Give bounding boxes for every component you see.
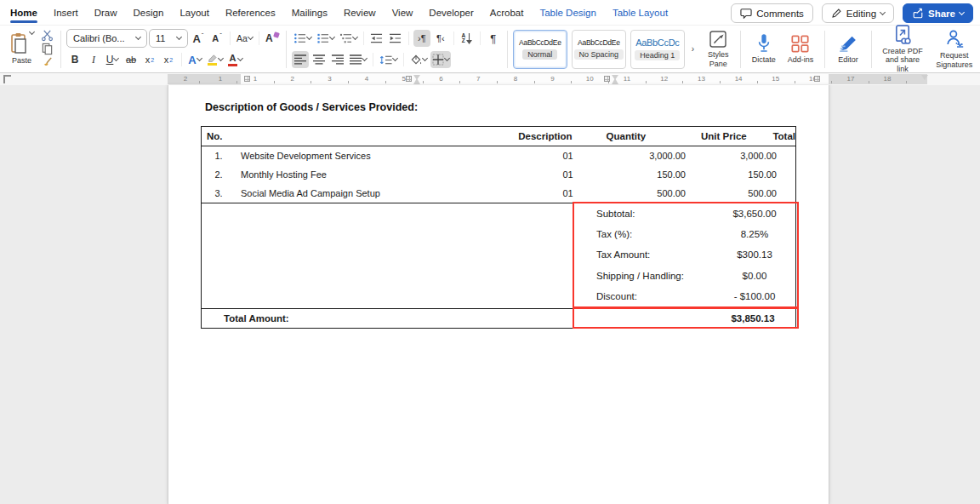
table-header-cell[interactable]: Total [772,131,795,141]
menu-tab[interactable]: Acrobat [490,0,524,25]
shrink-font-button[interactable]: Aˇ [208,30,225,47]
summary-value[interactable]: $300.13 [712,249,797,260]
strikethrough-button[interactable]: ab [122,51,140,68]
cell-total[interactable]: 3,000.00 [698,151,795,161]
document-page[interactable]: Description of Goods / Services Provided… [168,85,829,504]
table-column-marker[interactable] [604,76,610,82]
line-spacing-button[interactable] [378,51,399,68]
tab-stop-selector[interactable] [3,75,11,83]
font-size-select[interactable]: 11 [149,29,188,48]
cell-unit-price[interactable]: 150.00 [600,169,698,180]
highlight-color-button[interactable] [205,51,225,68]
menu-tab[interactable]: Table Layout [612,0,668,25]
total-value[interactable]: $3,850.13 [710,313,795,324]
copy-button[interactable] [38,43,55,56]
comments-button[interactable]: Comments [731,3,813,23]
underline-button[interactable]: U [104,51,121,68]
borders-button[interactable] [430,51,451,68]
editing-mode-dropdown[interactable]: Editing [822,3,894,23]
style-no-spacing[interactable]: AaBbCcDdEe No Spacing [572,30,626,69]
cell-quantity[interactable]: 01 [536,188,600,198]
summary-value[interactable]: 8.25% [712,229,797,239]
summary-label[interactable]: Tax Amount: [574,249,712,260]
align-left-button[interactable] [292,51,309,68]
italic-button[interactable]: I [85,51,102,68]
increase-indent-button[interactable] [387,30,404,47]
decrease-indent-button[interactable] [368,30,385,47]
cell-description[interactable]: Website Development Services [236,151,536,161]
summary-label[interactable]: Shipping / Handling: [574,271,712,281]
request-signatures-button[interactable]: Request Signatures [928,27,980,71]
menu-tab[interactable]: Insert [54,0,78,25]
cell-quantity[interactable]: 01 [536,151,600,161]
rtl-paragraph-button[interactable]: ¶‹ [432,30,449,47]
format-painter-button[interactable] [38,56,55,70]
summary-label[interactable]: Discount: [574,291,712,301]
summary-value[interactable]: - $100.00 [712,291,797,301]
menu-tab[interactable]: Table Design [539,0,595,25]
paste-button[interactable]: Paste [7,31,37,66]
styles-gallery-expand[interactable]: › [689,44,697,54]
summary-value[interactable]: $0.00 [712,271,797,281]
menu-tab[interactable]: Design [134,0,164,25]
subscript-button[interactable]: x2 [141,51,158,68]
numbering-button[interactable] [315,30,336,47]
cell-description[interactable]: Social Media Ad Campaign Setup [236,188,536,198]
sort-button[interactable]: AZ [459,30,476,47]
bullets-button[interactable] [292,30,313,47]
style-heading-1[interactable]: AaBbCcDc Heading 1 [630,30,685,69]
menu-tab[interactable]: Mailings [292,0,328,25]
menu-tab[interactable]: Home [10,0,37,25]
style-normal[interactable]: AaBbCcDdEe Normal [513,30,567,69]
table-column-marker[interactable] [244,76,250,82]
menu-tab[interactable]: Developer [429,0,473,25]
share-button[interactable]: Share [903,3,973,23]
font-name-select[interactable]: Calibri (Bo... [66,29,147,48]
ltr-paragraph-button[interactable]: ›¶ [413,30,430,47]
menu-tab[interactable]: Layout [179,0,209,25]
invoice-table[interactable]: No.DescriptionQuantityUnit PriceTotal 1.… [201,126,796,329]
cell-quantity[interactable]: 01 [536,169,600,180]
clear-formatting-button[interactable]: A [264,30,281,47]
change-case-button[interactable]: Aa [235,30,254,47]
total-label[interactable]: Total Amount: [202,313,710,324]
table-header-cell[interactable]: Unit Price [675,131,772,141]
cell-description[interactable]: Monthly Hosting Fee [236,169,536,180]
align-center-button[interactable] [311,51,328,68]
shading-button[interactable] [408,51,429,68]
cut-button[interactable] [38,29,55,43]
justify-button[interactable] [348,51,368,68]
menu-tab[interactable]: View [392,0,413,25]
cell-no[interactable]: 1. [202,151,236,161]
font-color-button[interactable]: A [226,51,244,68]
table-column-marker[interactable] [406,76,412,82]
create-pdf-button[interactable]: Create PDF and share link [877,23,929,75]
cell-no[interactable]: 2. [202,169,236,180]
cell-total[interactable]: 500.00 [698,188,795,198]
horizontal-ruler[interactable]: 21123456789101112131415161718 [0,73,980,85]
cell-total[interactable]: 150.00 [698,169,795,180]
styles-pane-button[interactable]: Styles Pane [701,28,735,70]
table-header-cell[interactable]: Description [513,131,577,141]
menu-tab[interactable]: Review [344,0,376,25]
add-ins-button[interactable]: Add-ins [781,32,819,66]
superscript-button[interactable]: x2 [160,51,177,68]
table-column-marker[interactable] [814,76,820,82]
cell-unit-price[interactable]: 500.00 [600,188,698,198]
summary-label[interactable]: Tax (%): [574,229,712,239]
text-effects-button[interactable]: A [186,51,203,68]
table-header-cell[interactable]: No. [202,131,513,141]
grow-font-button[interactable]: Aˆ [190,30,207,47]
align-right-button[interactable] [329,51,346,68]
dictate-button[interactable]: Dictate [746,32,781,66]
menu-tab[interactable]: Draw [94,0,117,25]
cell-no[interactable]: 3. [202,188,236,198]
menu-tab[interactable]: References [225,0,276,25]
table-header-cell[interactable]: Quantity [577,131,675,141]
bold-button[interactable]: B [66,51,83,68]
show-formatting-marks-button[interactable]: ¶ [485,30,502,47]
summary-value[interactable]: $3,650.00 [712,209,797,219]
summary-label[interactable]: Subtotal: [574,209,712,219]
editor-button[interactable]: Editor [830,32,865,66]
cell-unit-price[interactable]: 3,000.00 [600,151,698,161]
